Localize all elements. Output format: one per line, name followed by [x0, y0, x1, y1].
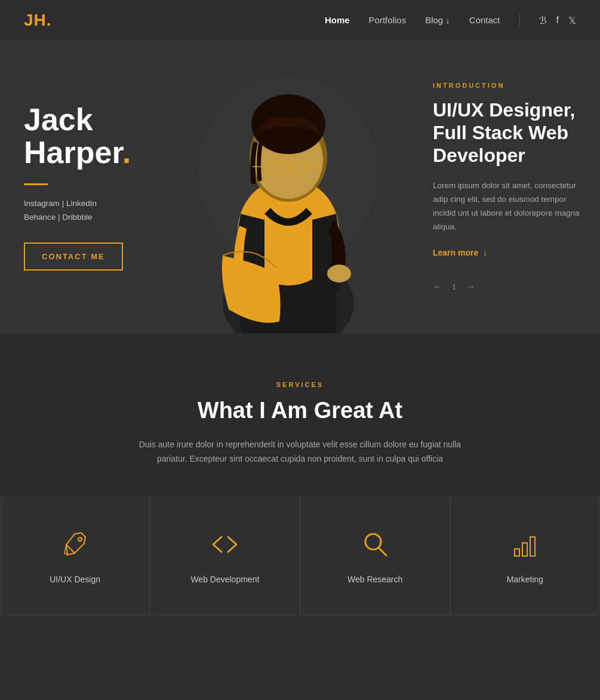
- learn-more-link[interactable]: Learn more ↓: [433, 248, 582, 257]
- nav-link-contact[interactable]: Contact: [469, 15, 500, 25]
- intro-title: UI/UX Designer, Full Stack Web Developer: [433, 99, 582, 167]
- service-cards: UI/UX Design Web Development: [0, 496, 600, 616]
- navbar: JH. Home Portfolios Blog ↓ Contact ℬ f 𝕏: [0, 0, 600, 41]
- research-icon: [357, 527, 393, 563]
- services-section: SERVICES What I Am Great At Duis aute ir…: [0, 333, 600, 616]
- service-card-uiux[interactable]: UI/UX Design: [0, 496, 150, 616]
- slider-prev[interactable]: ←: [433, 281, 442, 292]
- logo: JH.: [24, 11, 52, 30]
- hero-left: Jack Harper. Instagram | LinkedIn Behanc…: [0, 41, 155, 333]
- webdev-icon: [207, 527, 243, 563]
- intro-desc: Lorem ipsum dolor sit amet, consectetur …: [433, 179, 582, 234]
- svg-point-14: [78, 538, 82, 541]
- name-line1: Jack: [24, 102, 93, 137]
- services-label: SERVICES: [24, 381, 576, 388]
- person-illustration: [187, 53, 390, 333]
- service-name-marketing: Marketing: [507, 575, 543, 584]
- nav-divider: [519, 14, 520, 27]
- logo-initials: JH: [24, 11, 47, 29]
- nav-link-blog[interactable]: Blog ↓: [425, 15, 450, 25]
- service-card-marketing[interactable]: Marketing: [450, 496, 600, 616]
- nav-item-blog[interactable]: Blog ↓: [425, 15, 450, 26]
- slider-next[interactable]: →: [466, 281, 475, 292]
- service-name-research: Web Research: [347, 575, 402, 584]
- svg-rect-18: [515, 549, 519, 556]
- intro-label: INTRODUCTION: [433, 82, 582, 89]
- nav-item-portfolios[interactable]: Portfolios: [369, 15, 407, 26]
- dribbble-link[interactable]: Dribbble: [62, 213, 92, 222]
- svg-rect-20: [530, 537, 535, 556]
- hero-image: [155, 41, 421, 333]
- svg-rect-19: [522, 543, 527, 556]
- social-icons: ℬ f 𝕏: [539, 15, 576, 26]
- linkedin-link[interactable]: LinkedIn: [66, 199, 97, 208]
- behance-link[interactable]: Behance: [24, 213, 56, 222]
- service-name-uiux: UI/UX Design: [50, 575, 100, 584]
- svg-point-13: [327, 265, 351, 283]
- nav-link-portfolios[interactable]: Portfolios: [369, 15, 407, 25]
- hero-section: Jack Harper. Instagram | LinkedIn Behanc…: [0, 41, 600, 333]
- nav-links: Home Portfolios Blog ↓ Contact: [325, 15, 500, 26]
- nav-item-home[interactable]: Home: [325, 15, 350, 26]
- facebook-icon[interactable]: f: [556, 15, 559, 26]
- uiux-icon: [57, 527, 93, 563]
- name-dot: .: [122, 135, 131, 170]
- twitter-icon[interactable]: 𝕏: [568, 15, 576, 26]
- slider-num: 1: [452, 283, 456, 291]
- hero-divider: [24, 183, 48, 185]
- contact-me-button[interactable]: CONTACT ME: [24, 242, 123, 271]
- services-desc: Duis aute irure dolor in reprehenderit i…: [133, 438, 467, 466]
- services-title: What I Am Great At: [24, 398, 576, 423]
- learn-more-text: Learn more: [433, 248, 478, 257]
- service-name-webdev: Web Development: [190, 575, 259, 584]
- slider-nav: ← 1 →: [433, 281, 582, 292]
- nav-item-contact[interactable]: Contact: [469, 15, 500, 26]
- instagram-link[interactable]: Instagram: [24, 199, 60, 208]
- service-card-webdev[interactable]: Web Development: [150, 496, 300, 616]
- hero-name: Jack Harper.: [24, 103, 131, 168]
- service-card-research[interactable]: Web Research: [300, 496, 450, 616]
- hero-right: INTRODUCTION UI/UX Designer, Full Stack …: [421, 41, 600, 333]
- skype-icon[interactable]: ℬ: [539, 15, 547, 26]
- logo-dot: .: [47, 11, 52, 29]
- nav-right: Home Portfolios Blog ↓ Contact ℬ f 𝕏: [325, 14, 576, 27]
- nav-link-home[interactable]: Home: [325, 15, 350, 25]
- hero-links: Instagram | LinkedIn Behance | Dribbble: [24, 197, 131, 225]
- name-line2: Harper: [24, 135, 122, 170]
- learn-more-arrow: ↓: [483, 248, 487, 257]
- marketing-icon: [507, 527, 543, 563]
- svg-line-17: [379, 548, 386, 555]
